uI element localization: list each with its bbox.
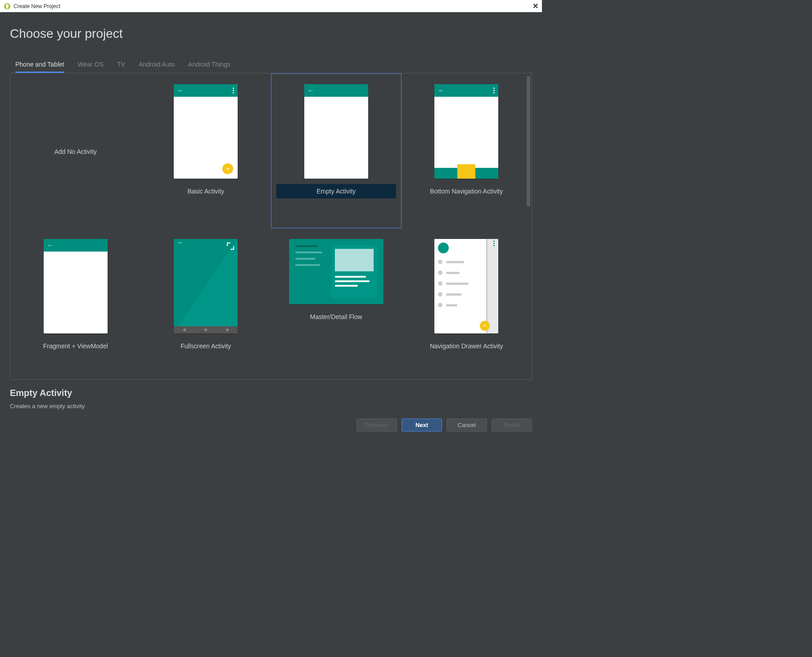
template-label: Bottom Navigation Activity bbox=[430, 188, 503, 195]
template-label: Navigation Drawer Activity bbox=[430, 342, 503, 350]
template-fragment-viewmodel[interactable]: ← Fragment + ViewModel bbox=[10, 228, 141, 379]
thumbnail: + bbox=[434, 239, 498, 333]
overflow-menu-icon bbox=[493, 88, 495, 94]
template-master-detail[interactable]: Master/Detail Flow bbox=[271, 228, 401, 379]
scrollbar[interactable] bbox=[527, 76, 530, 207]
tab-android-auto[interactable]: Android Auto bbox=[139, 59, 175, 73]
titlebar: Create New Project ✕ bbox=[0, 0, 542, 12]
back-arrow-icon: ← bbox=[438, 87, 444, 94]
page-title: Choose your project bbox=[10, 27, 532, 41]
cancel-button[interactable]: Cancel bbox=[447, 418, 487, 432]
thumbnail: ← bbox=[304, 84, 368, 179]
avatar-icon bbox=[438, 243, 449, 253]
thumbnail: ← bbox=[44, 239, 108, 333]
template-bottom-navigation[interactable]: ← Bottom Navigation Activity bbox=[401, 73, 532, 228]
thumbnail: ← + bbox=[174, 84, 238, 179]
fab-icon: + bbox=[222, 163, 233, 174]
tab-tv[interactable]: TV bbox=[117, 59, 125, 73]
finish-button[interactable]: Finish bbox=[492, 418, 532, 432]
template-label: Fullscreen Activity bbox=[180, 342, 231, 350]
thumbnail: ← bbox=[434, 84, 498, 179]
tab-phone-tablet[interactable]: Phone and Tablet bbox=[15, 59, 64, 73]
back-arrow-icon: ← bbox=[177, 239, 184, 246]
template-grid: Add No Activity ← + Basic Activity ← Emp… bbox=[10, 73, 532, 379]
previous-button[interactable]: Previous bbox=[356, 418, 397, 432]
tab-android-things[interactable]: Android Things bbox=[188, 59, 230, 73]
overflow-menu-icon bbox=[493, 241, 495, 247]
selection-title: Empty Activity bbox=[10, 388, 532, 398]
thumbnail: ← bbox=[174, 239, 238, 333]
selection-description: Creates a new empty activity bbox=[10, 403, 532, 410]
template-empty-activity[interactable]: ← Empty Activity bbox=[271, 73, 401, 228]
template-label: Fragment + ViewModel bbox=[43, 342, 108, 350]
android-studio-icon bbox=[4, 3, 11, 10]
template-add-no-activity[interactable]: Add No Activity bbox=[10, 73, 141, 228]
fab-icon: + bbox=[480, 321, 490, 331]
template-grid-container: Add No Activity ← + Basic Activity ← Emp… bbox=[10, 73, 532, 380]
overflow-menu-icon bbox=[233, 88, 234, 94]
window-title: Create New Project bbox=[14, 3, 60, 9]
template-basic-activity[interactable]: ← + Basic Activity bbox=[141, 73, 271, 228]
svg-rect-2 bbox=[6, 6, 8, 9]
selection-info: Empty Activity Creates a new empty activ… bbox=[0, 380, 542, 414]
template-fullscreen-activity[interactable]: ← Fullscreen Activity bbox=[141, 228, 271, 379]
template-label: Empty Activity bbox=[276, 188, 396, 195]
template-label: Master/Detail Flow bbox=[310, 313, 362, 320]
back-arrow-icon: ← bbox=[47, 242, 54, 249]
fullscreen-icon bbox=[227, 243, 234, 250]
back-arrow-icon: ← bbox=[177, 87, 184, 94]
close-icon[interactable]: ✕ bbox=[532, 2, 538, 10]
thumbnail bbox=[289, 239, 383, 304]
back-arrow-icon: ← bbox=[308, 87, 314, 94]
next-button[interactable]: Next bbox=[401, 418, 442, 432]
template-label: Basic Activity bbox=[187, 188, 224, 195]
footer-buttons: Previous Next Cancel Finish bbox=[0, 414, 542, 438]
template-label: Add No Activity bbox=[54, 148, 97, 155]
tab-wear-os[interactable]: Wear OS bbox=[78, 59, 104, 73]
tabs: Phone and Tablet Wear OS TV Android Auto… bbox=[15, 59, 532, 73]
template-navigation-drawer[interactable]: + Navigation Drawer Activity bbox=[401, 228, 532, 379]
